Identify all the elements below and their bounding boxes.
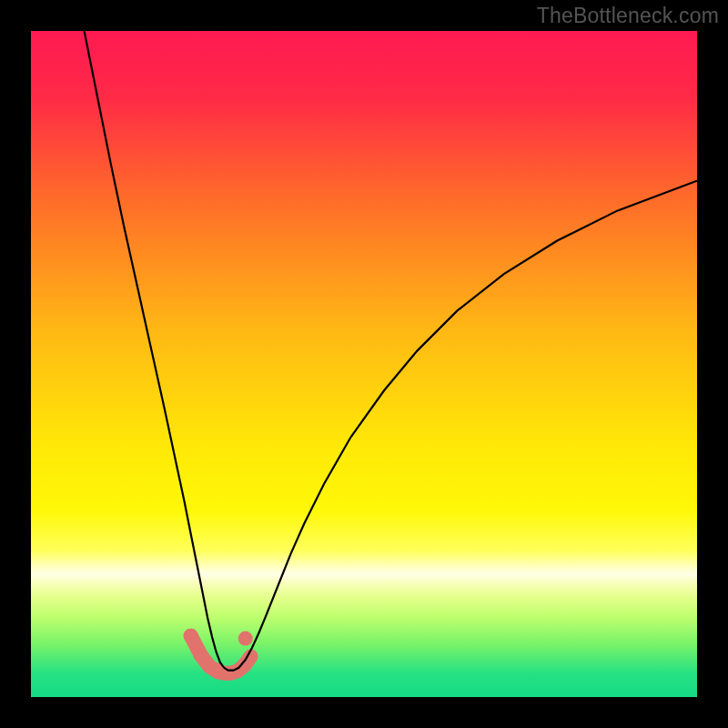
marker-dot — [184, 629, 198, 643]
marker-dot — [194, 648, 208, 662]
gradient-background — [31, 31, 697, 697]
marker-dot — [238, 632, 253, 646]
chart-canvas: TheBottleneck.com — [0, 0, 728, 728]
chart-svg — [31, 31, 697, 697]
plot-area — [31, 31, 697, 697]
watermark-text: TheBottleneck.com — [537, 4, 719, 28]
